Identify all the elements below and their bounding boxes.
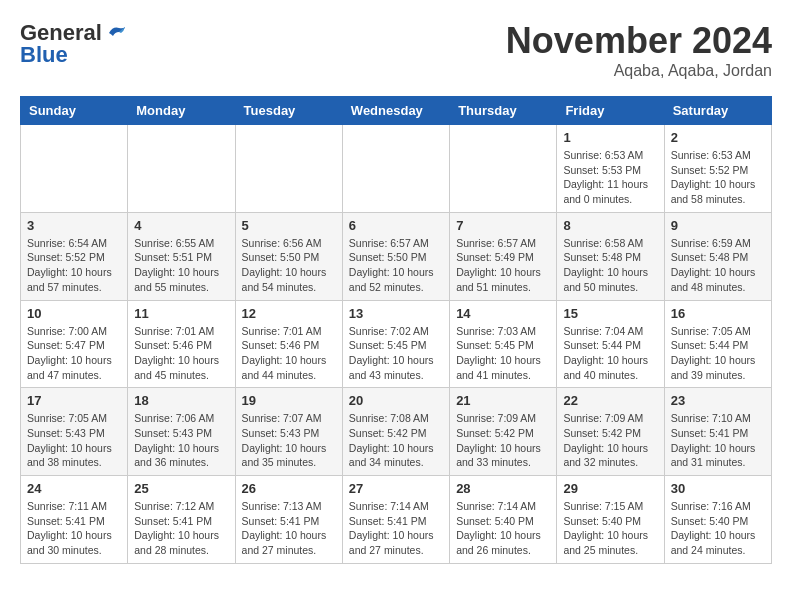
day-number: 3 [27, 218, 121, 233]
day-number: 23 [671, 393, 765, 408]
day-info: Sunrise: 6:57 AM Sunset: 5:49 PM Dayligh… [456, 236, 550, 295]
weekday-header-tuesday: Tuesday [235, 97, 342, 125]
weekday-header-sunday: Sunday [21, 97, 128, 125]
calendar-cell: 16Sunrise: 7:05 AM Sunset: 5:44 PM Dayli… [664, 300, 771, 388]
calendar-cell: 4Sunrise: 6:55 AM Sunset: 5:51 PM Daylig… [128, 212, 235, 300]
day-info: Sunrise: 7:13 AM Sunset: 5:41 PM Dayligh… [242, 499, 336, 558]
calendar-cell: 10Sunrise: 7:00 AM Sunset: 5:47 PM Dayli… [21, 300, 128, 388]
day-info: Sunrise: 7:09 AM Sunset: 5:42 PM Dayligh… [563, 411, 657, 470]
day-number: 29 [563, 481, 657, 496]
day-number: 2 [671, 130, 765, 145]
day-number: 18 [134, 393, 228, 408]
day-number: 10 [27, 306, 121, 321]
day-number: 28 [456, 481, 550, 496]
day-number: 26 [242, 481, 336, 496]
day-info: Sunrise: 6:55 AM Sunset: 5:51 PM Dayligh… [134, 236, 228, 295]
day-number: 9 [671, 218, 765, 233]
day-number: 13 [349, 306, 443, 321]
calendar-cell: 5Sunrise: 6:56 AM Sunset: 5:50 PM Daylig… [235, 212, 342, 300]
calendar-cell: 22Sunrise: 7:09 AM Sunset: 5:42 PM Dayli… [557, 388, 664, 476]
day-number: 11 [134, 306, 228, 321]
day-info: Sunrise: 7:01 AM Sunset: 5:46 PM Dayligh… [242, 324, 336, 383]
calendar-cell: 21Sunrise: 7:09 AM Sunset: 5:42 PM Dayli… [450, 388, 557, 476]
calendar-cell: 11Sunrise: 7:01 AM Sunset: 5:46 PM Dayli… [128, 300, 235, 388]
day-info: Sunrise: 7:04 AM Sunset: 5:44 PM Dayligh… [563, 324, 657, 383]
day-number: 17 [27, 393, 121, 408]
calendar-cell: 25Sunrise: 7:12 AM Sunset: 5:41 PM Dayli… [128, 476, 235, 564]
day-number: 15 [563, 306, 657, 321]
day-number: 7 [456, 218, 550, 233]
day-info: Sunrise: 7:12 AM Sunset: 5:41 PM Dayligh… [134, 499, 228, 558]
day-number: 8 [563, 218, 657, 233]
calendar-cell: 28Sunrise: 7:14 AM Sunset: 5:40 PM Dayli… [450, 476, 557, 564]
calendar-header-row: SundayMondayTuesdayWednesdayThursdayFrid… [21, 97, 772, 125]
day-info: Sunrise: 7:15 AM Sunset: 5:40 PM Dayligh… [563, 499, 657, 558]
day-info: Sunrise: 7:03 AM Sunset: 5:45 PM Dayligh… [456, 324, 550, 383]
day-info: Sunrise: 6:54 AM Sunset: 5:52 PM Dayligh… [27, 236, 121, 295]
day-info: Sunrise: 7:10 AM Sunset: 5:41 PM Dayligh… [671, 411, 765, 470]
calendar-cell: 24Sunrise: 7:11 AM Sunset: 5:41 PM Dayli… [21, 476, 128, 564]
day-number: 24 [27, 481, 121, 496]
calendar-cell: 9Sunrise: 6:59 AM Sunset: 5:48 PM Daylig… [664, 212, 771, 300]
day-number: 1 [563, 130, 657, 145]
calendar-cell: 27Sunrise: 7:14 AM Sunset: 5:41 PM Dayli… [342, 476, 449, 564]
logo-bird-icon [105, 24, 127, 42]
calendar-cell: 20Sunrise: 7:08 AM Sunset: 5:42 PM Dayli… [342, 388, 449, 476]
weekday-header-thursday: Thursday [450, 97, 557, 125]
calendar-week-4: 17Sunrise: 7:05 AM Sunset: 5:43 PM Dayli… [21, 388, 772, 476]
day-info: Sunrise: 7:05 AM Sunset: 5:44 PM Dayligh… [671, 324, 765, 383]
page-header: General Blue November 2024 Aqaba, Aqaba,… [20, 20, 772, 80]
calendar-cell [235, 125, 342, 213]
title-block: November 2024 Aqaba, Aqaba, Jordan [506, 20, 772, 80]
calendar-cell: 23Sunrise: 7:10 AM Sunset: 5:41 PM Dayli… [664, 388, 771, 476]
day-number: 19 [242, 393, 336, 408]
calendar-cell: 1Sunrise: 6:53 AM Sunset: 5:53 PM Daylig… [557, 125, 664, 213]
weekday-header-monday: Monday [128, 97, 235, 125]
calendar-cell: 13Sunrise: 7:02 AM Sunset: 5:45 PM Dayli… [342, 300, 449, 388]
day-info: Sunrise: 6:57 AM Sunset: 5:50 PM Dayligh… [349, 236, 443, 295]
day-number: 27 [349, 481, 443, 496]
calendar-cell [342, 125, 449, 213]
day-info: Sunrise: 7:00 AM Sunset: 5:47 PM Dayligh… [27, 324, 121, 383]
calendar-cell: 8Sunrise: 6:58 AM Sunset: 5:48 PM Daylig… [557, 212, 664, 300]
calendar-cell [128, 125, 235, 213]
day-info: Sunrise: 7:09 AM Sunset: 5:42 PM Dayligh… [456, 411, 550, 470]
day-info: Sunrise: 7:02 AM Sunset: 5:45 PM Dayligh… [349, 324, 443, 383]
calendar-cell: 2Sunrise: 6:53 AM Sunset: 5:52 PM Daylig… [664, 125, 771, 213]
day-number: 20 [349, 393, 443, 408]
day-info: Sunrise: 7:06 AM Sunset: 5:43 PM Dayligh… [134, 411, 228, 470]
day-number: 22 [563, 393, 657, 408]
calendar-cell: 12Sunrise: 7:01 AM Sunset: 5:46 PM Dayli… [235, 300, 342, 388]
calendar-table: SundayMondayTuesdayWednesdayThursdayFrid… [20, 96, 772, 564]
logo: General Blue [20, 20, 127, 68]
calendar-cell: 30Sunrise: 7:16 AM Sunset: 5:40 PM Dayli… [664, 476, 771, 564]
month-title: November 2024 [506, 20, 772, 62]
day-info: Sunrise: 7:14 AM Sunset: 5:40 PM Dayligh… [456, 499, 550, 558]
day-number: 6 [349, 218, 443, 233]
calendar-week-2: 3Sunrise: 6:54 AM Sunset: 5:52 PM Daylig… [21, 212, 772, 300]
day-number: 14 [456, 306, 550, 321]
day-number: 16 [671, 306, 765, 321]
day-info: Sunrise: 7:11 AM Sunset: 5:41 PM Dayligh… [27, 499, 121, 558]
logo-blue-text: Blue [20, 42, 68, 68]
calendar-cell: 26Sunrise: 7:13 AM Sunset: 5:41 PM Dayli… [235, 476, 342, 564]
day-info: Sunrise: 7:16 AM Sunset: 5:40 PM Dayligh… [671, 499, 765, 558]
weekday-header-saturday: Saturday [664, 97, 771, 125]
day-info: Sunrise: 7:01 AM Sunset: 5:46 PM Dayligh… [134, 324, 228, 383]
calendar-week-1: 1Sunrise: 6:53 AM Sunset: 5:53 PM Daylig… [21, 125, 772, 213]
day-info: Sunrise: 7:08 AM Sunset: 5:42 PM Dayligh… [349, 411, 443, 470]
calendar-cell: 18Sunrise: 7:06 AM Sunset: 5:43 PM Dayli… [128, 388, 235, 476]
calendar-cell: 15Sunrise: 7:04 AM Sunset: 5:44 PM Dayli… [557, 300, 664, 388]
day-number: 21 [456, 393, 550, 408]
day-number: 12 [242, 306, 336, 321]
weekday-header-friday: Friday [557, 97, 664, 125]
calendar-cell: 7Sunrise: 6:57 AM Sunset: 5:49 PM Daylig… [450, 212, 557, 300]
day-info: Sunrise: 6:53 AM Sunset: 5:53 PM Dayligh… [563, 148, 657, 207]
calendar-cell: 6Sunrise: 6:57 AM Sunset: 5:50 PM Daylig… [342, 212, 449, 300]
calendar-cell [21, 125, 128, 213]
day-info: Sunrise: 6:58 AM Sunset: 5:48 PM Dayligh… [563, 236, 657, 295]
calendar-cell: 17Sunrise: 7:05 AM Sunset: 5:43 PM Dayli… [21, 388, 128, 476]
calendar-cell: 19Sunrise: 7:07 AM Sunset: 5:43 PM Dayli… [235, 388, 342, 476]
calendar-cell: 3Sunrise: 6:54 AM Sunset: 5:52 PM Daylig… [21, 212, 128, 300]
day-info: Sunrise: 7:05 AM Sunset: 5:43 PM Dayligh… [27, 411, 121, 470]
